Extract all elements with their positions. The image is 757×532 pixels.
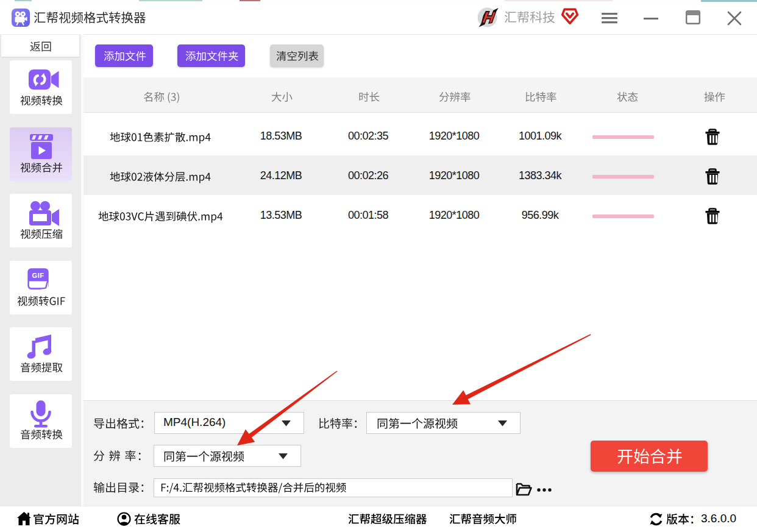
svg-text:GIF: GIF <box>32 271 44 278</box>
